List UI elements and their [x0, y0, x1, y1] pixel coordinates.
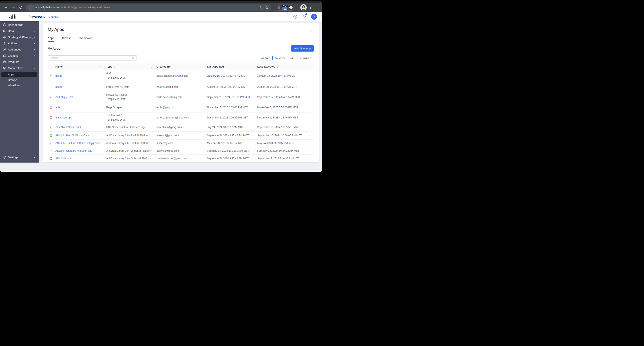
app-name-link[interactable]: ADL2.0 - Onboard Microsoft ads: [55, 149, 92, 152]
strawberry-icon: [277, 5, 281, 10]
created-by: emily@pmg.co: [154, 106, 205, 109]
clipboard-icon: [3, 36, 6, 39]
column-header-created-by[interactable]: Created By: [154, 65, 205, 68]
search-box[interactable]: [48, 55, 137, 61]
app-name-link[interactable]: abcde: [55, 74, 62, 77]
status-ok-icon: [48, 134, 54, 137]
last-executed: November 6, 2020 5:57:00 PM MST: [255, 106, 304, 109]
profile-avatar[interactable]: [300, 4, 307, 11]
user-avatar[interactable]: J: [311, 14, 317, 20]
forward-icon[interactable]: [10, 4, 17, 11]
status-ok-icon: [48, 149, 54, 152]
alli-logo: alli: [9, 14, 17, 20]
back-icon[interactable]: [2, 4, 10, 11]
card-menu-kebab-icon[interactable]: [311, 29, 313, 34]
app-name-link[interactable]: Adiv Slack Screenshot: [55, 126, 81, 129]
status-ok-icon: [48, 142, 54, 145]
last-executed: August 29, 2023 10:11:48 AM MDT: [255, 85, 304, 88]
filter-my-apps[interactable]: MY APPS: [272, 56, 288, 60]
column-header-type[interactable]: Type: [104, 65, 154, 68]
created-by: ian@pmg.com: [154, 142, 205, 145]
my-apps-card: My Apps Apps Browse Workflows My Apps Ad…: [43, 23, 318, 162]
address-bar[interactable]: app.alliplatform.com/client/playground/m…: [26, 4, 271, 11]
url-text[interactable]: app.alliplatform.com/client/playground/m…: [35, 6, 256, 9]
sort-icon[interactable]: [277, 66, 278, 68]
column-search-icon[interactable]: [200, 65, 202, 68]
last-updated: July 24, 2024 10:16:17 AM MDT: [205, 126, 255, 129]
status-error-icon: [48, 157, 54, 160]
filter-active[interactable]: ACTIVE: [259, 56, 272, 60]
column-search-icon[interactable]: [150, 65, 152, 68]
tune-icon[interactable]: [28, 5, 33, 10]
row-menu-kebab-icon[interactable]: [308, 115, 310, 120]
last-updated: December 6, 2023 4:09:27 PM MST: [205, 116, 255, 119]
column-header-last-executed[interactable]: Last Executed: [255, 65, 304, 68]
tab-browse[interactable]: Browse: [62, 37, 71, 42]
app-name-link[interactable]: Ad Fatigue Test: [55, 96, 73, 99]
sort-icon[interactable]: [114, 66, 115, 68]
extensions-pill[interactable]: Days -22: [275, 4, 295, 11]
app-name-link[interactable]: ADL 2.0 - Backfill Platform - Playground: [55, 142, 100, 145]
chevron-right-icon: [33, 30, 35, 32]
sidebar-item-actions[interactable]: Actions: [0, 40, 39, 47]
sidebar-items: Dashboards Data Strategy & Planning Acti…: [0, 22, 39, 71]
browser-menu-kebab-icon[interactable]: [309, 5, 312, 10]
sidebar-subitem-apps[interactable]: Apps: [1, 72, 37, 77]
last-updated: May 24, 2023 11:37:05 PM MDT: [205, 142, 255, 145]
zoom-out-icon[interactable]: [258, 6, 262, 9]
sidebar-item-creative[interactable]: Creative: [0, 53, 39, 59]
sidebar-item-settings[interactable]: Settings: [0, 154, 39, 160]
last-executed: September 5, 2024 9:40:35 AM MDT: [255, 157, 304, 160]
gear-icon: [3, 156, 6, 159]
notifications-bell-icon[interactable]: [302, 14, 306, 19]
tab-workflows[interactable]: Workflows: [80, 37, 92, 42]
row-menu-kebab-icon[interactable]: [308, 73, 310, 78]
filter-inactive[interactable]: INACTIVE: [298, 56, 314, 60]
last-updated: September 16, 2024 3:01:13 PM MDT: [205, 96, 255, 99]
sidebar-item-marketplace[interactable]: Marketplace: [0, 65, 39, 71]
puzzle-icon[interactable]: [289, 6, 293, 9]
row-menu-kebab-icon[interactable]: [308, 133, 310, 138]
created-by: eric.lieu@pmg.com: [154, 85, 205, 88]
column-header-name[interactable]: Name: [54, 65, 104, 68]
filter-all[interactable]: ALL: [288, 56, 298, 60]
reload-icon[interactable]: [17, 4, 24, 11]
app-name-link[interactable]: adfs: [55, 106, 60, 109]
table-row: adada Force Sync Alli Data eric.lieu@pmg…: [48, 82, 314, 92]
row-menu-kebab-icon[interactable]: [308, 105, 310, 110]
row-menu-kebab-icon[interactable]: [308, 141, 310, 146]
app-name-link[interactable]: adada: [55, 85, 62, 88]
sidebar-subitem-browse[interactable]: Browse: [0, 77, 39, 83]
sidebar-item-audiences[interactable]: Audiences: [0, 47, 39, 53]
app-name-link[interactable]: aditya test app :): [55, 116, 74, 119]
last-executed: December 6, 2023 4:13:49 PM MST: [255, 116, 304, 119]
row-menu-kebab-icon[interactable]: [308, 148, 310, 153]
browser-toolbar: app.alliplatform.com/client/playground/m…: [0, 3, 322, 12]
app-type: [Test 2] Ad FatigueTemplate is Draft: [104, 93, 154, 101]
row-menu-kebab-icon[interactable]: [308, 125, 310, 130]
help-icon[interactable]: [293, 15, 298, 19]
browser-window: app.alliplatform.com/client/playground/m…: [0, 1, 322, 172]
sidebar-item-strategy-planning[interactable]: Strategy & Planning: [0, 34, 39, 40]
row-menu-kebab-icon[interactable]: [308, 156, 310, 161]
app-name-link[interactable]: ADL Onboard: [55, 157, 71, 160]
table-row: adfs Page Scraper emily@pmg.co November …: [48, 102, 314, 113]
table-header: Name Type Created By Last Updated Last E…: [48, 64, 314, 70]
change-client-link[interactable]: Change: [48, 15, 58, 18]
browser-tabstrip: [0, 1, 322, 3]
row-menu-kebab-icon[interactable]: [308, 95, 310, 100]
bookmark-star-icon[interactable]: [265, 6, 269, 9]
sidebar-item-dashboards[interactable]: Dashboards: [0, 22, 39, 28]
tab-apps[interactable]: Apps: [48, 37, 54, 42]
sort-icon[interactable]: [225, 66, 226, 68]
add-new-app-button[interactable]: Add New App: [291, 45, 314, 52]
sidebar-subitem-workflows[interactable]: Workflows: [0, 83, 39, 88]
app-name-link[interactable]: ADL2.0 - Backfill Microsoftads: [55, 134, 90, 137]
sidebar-item-products[interactable]: Products: [0, 59, 39, 65]
column-search-icon[interactable]: [99, 65, 102, 68]
sidebar-item-data[interactable]: Data: [0, 28, 39, 34]
status-error-icon: [48, 106, 54, 109]
search-input[interactable]: [50, 57, 132, 60]
row-menu-kebab-icon[interactable]: [308, 84, 310, 90]
column-header-last-updated[interactable]: Last Updated: [205, 65, 255, 68]
